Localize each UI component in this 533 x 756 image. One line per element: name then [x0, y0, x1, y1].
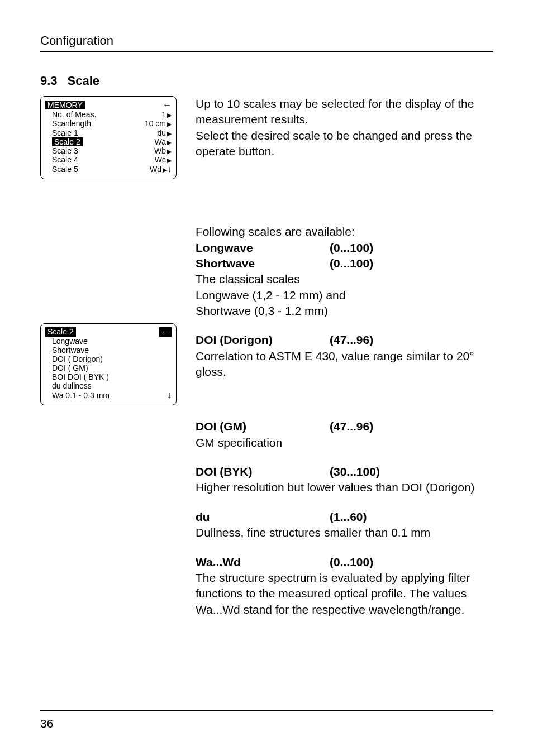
lcd-memory-title: MEMORY — [45, 101, 85, 109]
lcd-row: Scale 1 du — [45, 128, 172, 137]
lcd-row-label: No. of Meas. — [52, 110, 96, 119]
scale-wawd-range: (0...100) — [330, 554, 373, 570]
footer-rule — [40, 710, 493, 711]
lcd-scale2-title: Scale 2 — [45, 327, 76, 336]
scale-du-desc: Dullness, fine structures smaller than 0… — [196, 525, 493, 540]
lcd-row-label: Scanlength — [52, 119, 91, 128]
scale-wawd-desc: The structure spectrum is evaluated by a… — [196, 570, 493, 618]
scale-longwave-range: (0...100) — [330, 240, 373, 256]
scale-doi-byk-name: DOI (BYK) — [196, 464, 330, 480]
scale-wawd-name: Wa...Wd — [196, 554, 330, 570]
lcd-row-value: 1 — [161, 110, 172, 119]
page-number: 36 — [40, 717, 493, 730]
scale-longwave-name: Longwave — [196, 240, 330, 256]
section-name: Scale — [68, 74, 100, 88]
scales-intro: Following scales are available: — [196, 224, 493, 240]
lcd-row: Scale 3 Wb — [45, 146, 172, 155]
back-arrow-icon — [159, 327, 172, 336]
lcd-row: Scale 4 Wc — [45, 155, 172, 164]
section-number: 9.3 — [40, 74, 58, 88]
lcd-row-label: Scale 1 — [52, 128, 78, 137]
lcd-list-item: DOI ( Dorigon) — [45, 355, 172, 363]
scale-du-range: (1...60) — [330, 509, 367, 525]
lcd-list-item: Longwave — [45, 337, 172, 346]
scale-du-name: du — [196, 509, 330, 525]
scroll-down-icon — [167, 390, 172, 400]
lcd-row-value: Wd — [150, 165, 167, 174]
lcd-list-item: DOI ( GM) — [45, 363, 172, 372]
lcd-memory: MEMORY No. of Meas. 1 Scanlength 10 cm S… — [40, 96, 177, 179]
lcd-row-value: Wa — [155, 137, 172, 146]
scale-doi-dorigon-range: (47...96) — [330, 332, 373, 348]
lcd-row-label: Scale 2 — [52, 137, 83, 146]
scale-doi-dorigon-desc: Correlation to ASTM E 430, value range s… — [196, 348, 493, 380]
scale-doi-dorigon-name: DOI (Dorigon) — [196, 332, 330, 348]
lcd-row: No. of Meas. 1 — [45, 110, 172, 119]
scale-doi-gm-range: (47...96) — [330, 419, 373, 434]
lcd-list-item: BOI DOI ( BYK ) — [45, 372, 172, 381]
lcd-scale2: Scale 2 Longwave Shortwave DOI ( Dorigon… — [40, 323, 177, 405]
classical-line-1: The classical scales — [196, 271, 493, 287]
lcd-row-value: Wc — [155, 155, 172, 164]
scale-doi-byk-desc: Higher resolution but lower values than … — [196, 480, 493, 495]
lcd-list-item: du dullness — [45, 381, 172, 390]
scale-shortwave-name: Shortwave — [196, 256, 330, 271]
lcd-list-item: Shortwave — [45, 346, 172, 355]
scale-doi-byk-range: (30...100) — [330, 464, 380, 480]
lcd-row-value: du — [157, 128, 172, 137]
lcd-row-label: Scale 3 — [52, 146, 78, 155]
lcd-list-item: Wa 0.1 - 0.3 mm — [52, 391, 110, 400]
back-arrow-icon — [163, 100, 172, 110]
scale-doi-gm-desc: GM specification — [196, 435, 493, 451]
classical-line-2: Longwave (1,2 - 12 mm) and — [196, 288, 493, 303]
running-head: Configuration — [40, 34, 493, 48]
header-rule — [40, 51, 493, 52]
lcd-row-selected: Scale 2 Wa — [45, 137, 172, 146]
lcd-row-value: Wb — [154, 146, 172, 155]
lcd-row-label: Scale 4 — [52, 155, 78, 164]
scale-doi-gm-name: DOI (GM) — [196, 419, 330, 434]
lcd-row-label: Scale 5 — [52, 165, 78, 174]
classical-line-3: Shortwave (0,3 - 1.2 mm) — [196, 303, 493, 319]
lcd-row: Scale 5 Wd — [45, 164, 172, 174]
intro-paragraph-1: Up to 10 scales may be selected for the … — [196, 96, 493, 128]
lcd-row-value: 10 cm — [145, 119, 172, 128]
section-title: 9.3Scale — [40, 74, 493, 88]
scale-shortwave-range: (0...100) — [330, 256, 373, 271]
intro-paragraph-2: Select the desired scale to be changed a… — [196, 128, 493, 160]
lcd-row: Scanlength 10 cm — [45, 119, 172, 128]
scroll-down-icon — [167, 164, 172, 174]
